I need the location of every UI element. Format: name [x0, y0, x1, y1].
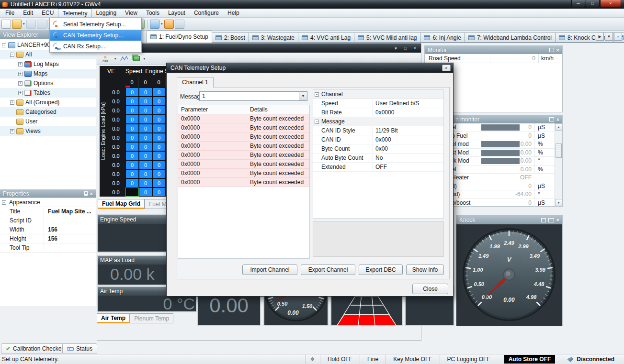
save-all-icon[interactable] [37, 20, 46, 29]
map-cell[interactable]: 0 [125, 115, 139, 124]
map-cell[interactable]: 0 [152, 169, 166, 178]
menu-logging[interactable]: Logging [91, 9, 121, 17]
setting-row-message[interactable]: -Message [313, 117, 443, 126]
property-row-width[interactable]: Width156 [0, 225, 96, 234]
parameter-row[interactable]: 0x0000Byte count exceeded [178, 169, 309, 178]
map-cell[interactable]: 0 [152, 160, 166, 169]
maximize-icon[interactable] [541, 218, 546, 222]
workspace-tab-6[interactable]: 6: Inj Angle [420, 33, 465, 43]
follow-off-icon[interactable]: » OFF [100, 55, 111, 63]
setting-row-auto-byte-count[interactable]: Auto Byte CountNo [313, 154, 443, 163]
tab-plenum-temp[interactable]: Plenum Temp [130, 313, 173, 323]
tab-status[interactable]: Status [62, 343, 97, 353]
scrollbar[interactable]: ▲ ▼ [555, 123, 562, 206]
map-cell[interactable]: 0 [139, 188, 152, 197]
tree-item-log-maps[interactable]: +Log Maps [0, 59, 96, 69]
map-cell[interactable]: 0 [125, 97, 139, 106]
map-cell[interactable]: 0 [139, 124, 152, 133]
tab-list-button[interactable]: ▼ [605, 32, 613, 41]
map-cell[interactable]: 0 [152, 151, 166, 160]
map-cell[interactable]: 0 [125, 142, 139, 151]
workspace-tab-7[interactable]: 7: Wideband Lambda Control [465, 33, 556, 43]
tree-item-all-grouped-[interactable]: +All (Grouped) [0, 98, 96, 107]
message-select[interactable]: 1 ▼ [199, 91, 307, 101]
property-value[interactable]: 156 [44, 226, 57, 233]
expand-icon[interactable]: + [18, 72, 23, 76]
map-cell[interactable]: 0 [139, 151, 152, 160]
map-cell[interactable]: 0 [125, 160, 139, 169]
parameter-column-header[interactable]: Parameter [178, 105, 250, 114]
close-icon[interactable]: × [556, 48, 559, 53]
map-cell[interactable]: 0 [152, 88, 166, 97]
map-cell[interactable]: 0 [139, 142, 152, 151]
map-cell[interactable]: 0 [152, 124, 166, 133]
fuel-map-window-titlebar[interactable]: ▾ □ × [97, 44, 421, 53]
tree-item-options[interactable]: +Options [0, 78, 96, 88]
status-hold-off[interactable]: Hold OFF [320, 354, 360, 364]
tab-channel-1[interactable]: Channel 1 [177, 77, 214, 88]
property-row-tool-tip[interactable]: Tool Tip [0, 243, 96, 253]
setting-value[interactable]: 0x000 [372, 135, 443, 144]
export-dbc-button[interactable]: Export DBC [359, 265, 403, 275]
collapse-icon[interactable]: - [2, 43, 6, 47]
parameter-row[interactable]: 0x0000Byte count exceeded [178, 151, 309, 160]
tab-calibration-checker[interactable]: ✔ Calibration Checker [1, 343, 68, 353]
properties-icon[interactable] [549, 48, 554, 52]
restore-button[interactable]: □ [586, 0, 600, 7]
map-cell[interactable]: 0 [139, 178, 152, 188]
setting-value[interactable] [388, 90, 443, 99]
scroll-up-icon[interactable]: ▲ [555, 123, 562, 131]
channel-property-grid[interactable]: -ChannelSpeedUser Defined b/SBit Rate0x0… [313, 89, 444, 219]
chevron-down-icon[interactable]: ▾ [114, 57, 116, 61]
new-file-icon[interactable] [1, 20, 11, 29]
trace-icon[interactable] [120, 55, 128, 62]
collapse-icon[interactable]: - [315, 120, 319, 124]
tab-close-button[interactable]: × [614, 32, 622, 41]
map-cell[interactable]: 0 [139, 169, 152, 178]
workspace-tab-5[interactable]: 5: VVC Mild anti lag [354, 33, 420, 43]
close-button[interactable]: × [600, 0, 621, 7]
property-value[interactable]: 156 [44, 235, 57, 242]
map-cell[interactable]: 0 [152, 133, 166, 142]
setting-value[interactable]: No [372, 154, 443, 162]
menu-file[interactable]: File [1, 9, 19, 17]
map-cell[interactable]: 0 [125, 88, 139, 97]
scroll-down-icon[interactable]: ▼ [555, 199, 562, 206]
menu-edit[interactable]: Edit [19, 9, 37, 17]
pane-menu-icon[interactable]: ▾ [392, 45, 400, 52]
options-dots-icon[interactable]: ... [548, 218, 554, 222]
security-icon[interactable] [164, 20, 174, 29]
import-channel-button[interactable]: Import Channel [242, 265, 297, 275]
setting-value[interactable]: User Defined b/S [372, 99, 443, 108]
map-cell[interactable]: 0 [139, 160, 152, 169]
export-channel-button[interactable]: Export Channel [301, 265, 355, 275]
close-icon[interactable]: × [90, 191, 93, 196]
setting-value[interactable]: 0x0000 [372, 108, 443, 117]
setting-row-can-id-style[interactable]: CAN ID Style11/29 Bit [313, 126, 443, 135]
menu-layout[interactable]: Layout [164, 9, 190, 17]
menu-configure[interactable]: Configure [190, 9, 223, 17]
workspace-tab-2[interactable]: 2: Boost [212, 33, 249, 43]
setting-value[interactable]: OFF [372, 163, 443, 171]
map-cell[interactable]: 0 [139, 106, 152, 115]
property-row-height[interactable]: Height156 [0, 234, 96, 243]
details-column-header[interactable]: Details [250, 105, 268, 114]
parameter-row[interactable]: 0x0000Byte count exceeded [178, 114, 309, 123]
parameter-row[interactable]: 0x0000Byte count exceeded [178, 123, 309, 132]
map-cell[interactable]: 0 [139, 115, 152, 124]
parameter-row[interactable]: 0x0000Byte count exceeded [178, 132, 309, 142]
close-icon[interactable]: × [556, 117, 559, 122]
status-key-mode-off[interactable]: Key Mode OFF [386, 354, 439, 364]
expand-icon[interactable]: + [10, 129, 14, 133]
expand-icon[interactable]: + [18, 62, 23, 66]
workspace-tab-4[interactable]: 4: VVC anti Lag [298, 33, 354, 43]
map-cell[interactable]: 0 [125, 178, 139, 188]
map-cell[interactable]: 0 [139, 97, 152, 106]
parameter-row[interactable]: 0x0000Byte count exceeded [178, 178, 309, 187]
collapse-icon[interactable]: - [2, 200, 6, 205]
setting-row-extended[interactable]: ExtendedOFF [313, 163, 443, 172]
map-cell[interactable]: 0 [139, 88, 152, 97]
map-cell[interactable]: 0 [125, 133, 139, 142]
map-cell[interactable]: 0 [152, 115, 166, 124]
download-icon[interactable] [150, 20, 159, 29]
